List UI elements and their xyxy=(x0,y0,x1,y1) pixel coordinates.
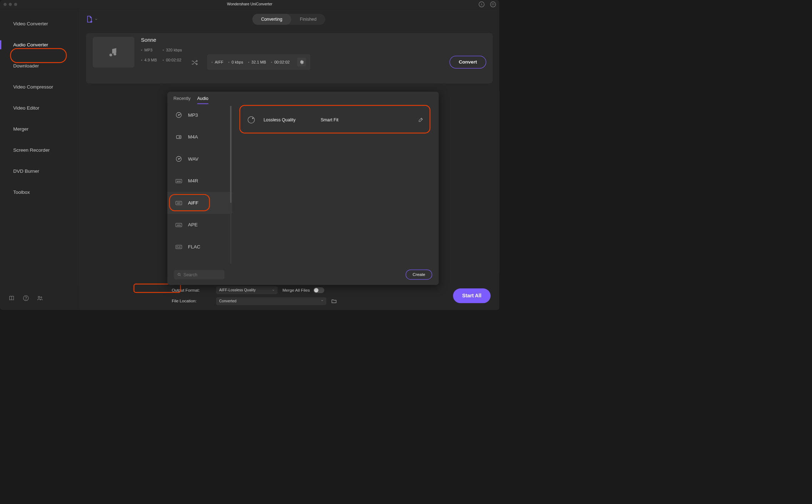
status-segmented-control: Converting Finished xyxy=(252,14,325,25)
svg-point-6 xyxy=(178,115,179,116)
svg-point-2 xyxy=(26,299,26,300)
sidebar-item-label: Screen Recorder xyxy=(13,147,50,153)
toolbar: Converting Finished xyxy=(80,9,500,30)
svg-point-4 xyxy=(41,297,42,298)
sidebar-item-label: Downloader xyxy=(13,63,39,69)
users-icon[interactable] xyxy=(37,295,43,301)
search-box[interactable] xyxy=(174,270,224,279)
create-button[interactable]: Create xyxy=(406,269,432,279)
scrollbar-thumb[interactable] xyxy=(230,106,232,203)
search-input[interactable] xyxy=(184,272,221,277)
segment-label: Converting xyxy=(261,17,282,22)
popover-tab-audio[interactable]: Audio xyxy=(197,96,208,104)
merge-all-files-toggle[interactable]: Merge All Files xyxy=(282,287,442,293)
src-format: MP3 xyxy=(141,48,157,52)
file-card: Sonne MP3 320 kbps 4.9 MB 00:02:02 AIFF xyxy=(86,33,493,83)
search-icon xyxy=(177,272,181,277)
sidebar-item-audio-converter[interactable]: Audio Converter xyxy=(0,34,79,55)
file-location-select[interactable]: Converted xyxy=(216,297,326,305)
sidebar-item-screen-recorder[interactable]: Screen Recorder xyxy=(0,140,79,161)
start-all-button[interactable]: Start All xyxy=(453,288,491,303)
sidebar-item-merger[interactable]: Merger xyxy=(0,119,79,140)
chevron-down-icon xyxy=(321,299,324,302)
sidebar-item-toolbox[interactable]: Toolbox xyxy=(0,182,79,203)
output-format-value: AIFF-Lossless Quality xyxy=(219,288,256,292)
format-popover: Recently Audio MP3 M4A xyxy=(167,92,439,285)
chevron-down-icon xyxy=(272,289,275,292)
open-folder-button[interactable] xyxy=(331,298,337,304)
preset-row[interactable]: Lossless Quality Smart Fit xyxy=(241,110,430,130)
format-item-mp3[interactable]: MP3 xyxy=(167,104,232,126)
chat-icon[interactable] xyxy=(490,1,496,7)
help-icon[interactable] xyxy=(23,295,29,301)
format-item-flac[interactable]: FLAC FLAC xyxy=(167,236,232,258)
sidebar-item-dvd-burner[interactable]: DVD Burner xyxy=(0,161,79,182)
edit-icon[interactable] xyxy=(418,117,423,122)
src-duration: 00:02:02 xyxy=(162,58,182,62)
sidebar-item-label: DVD Burner xyxy=(13,168,39,174)
book-icon[interactable] xyxy=(9,295,15,301)
app-title: Wondershare UniConverter xyxy=(227,2,272,6)
popover-tab-recently[interactable]: Recently xyxy=(174,96,191,104)
output-settings-box[interactable]: AIFF 0 kbps 32.1 MB 00:02:02 xyxy=(207,54,310,70)
format-label: AIFF xyxy=(188,200,198,206)
svg-point-9 xyxy=(176,156,181,161)
sidebar-item-downloader[interactable]: Downloader xyxy=(0,55,79,76)
output-format-label: Output Format: xyxy=(172,288,211,293)
shuffle-icon xyxy=(191,59,198,66)
sidebar-item-video-compressor[interactable]: Video Compressor xyxy=(0,76,79,97)
format-item-m4a[interactable]: M4A xyxy=(167,126,232,148)
cd-icon xyxy=(175,111,182,119)
format-label: M4A xyxy=(188,134,198,140)
svg-text:FLAC: FLAC xyxy=(176,246,181,248)
svg-point-5 xyxy=(176,112,181,117)
src-bitrate: 320 kbps xyxy=(162,48,182,52)
svg-point-19 xyxy=(178,273,180,275)
segment-finished[interactable]: Finished xyxy=(291,14,325,25)
format-list[interactable]: MP3 M4A WAV M4R M4R xyxy=(167,104,232,266)
gear-icon[interactable] xyxy=(297,58,306,67)
sidebar-item-label: Video Converter xyxy=(13,21,48,26)
content: Converting Finished Sonne MP3 320 kb xyxy=(80,9,500,310)
format-item-m4r[interactable]: M4R M4R xyxy=(167,170,232,192)
svg-point-10 xyxy=(178,158,179,160)
titlebar: Wondershare UniConverter xyxy=(0,0,500,9)
segment-converting[interactable]: Converting xyxy=(252,14,291,25)
close-window-button[interactable] xyxy=(4,3,7,6)
sidebar: Video Converter Audio Converter Download… xyxy=(0,9,80,310)
format-label: APE xyxy=(188,222,197,228)
sidebar-item-video-converter[interactable]: Video Converter xyxy=(0,13,79,34)
format-item-ape[interactable]: APE APE xyxy=(167,214,232,236)
out-bitrate: 0 kbps xyxy=(228,60,243,65)
svg-text:AIFF: AIFF xyxy=(177,202,181,204)
flac-icon: FLAC xyxy=(175,243,182,250)
aiff-icon: AIFF xyxy=(175,199,182,206)
out-size: 32.1 MB xyxy=(248,60,266,65)
add-file-button[interactable] xyxy=(86,16,98,23)
minimize-window-button[interactable] xyxy=(9,3,12,6)
maximize-window-button[interactable] xyxy=(14,3,17,6)
popover-tab-label: Recently xyxy=(174,96,191,101)
music-note-icon xyxy=(108,47,119,58)
window-controls xyxy=(4,3,17,6)
format-label: M4R xyxy=(188,178,198,184)
format-label: FLAC xyxy=(188,244,200,250)
sidebar-item-video-editor[interactable]: Video Editor xyxy=(0,97,79,119)
sidebar-item-label: Audio Converter xyxy=(13,42,48,47)
toggle-switch[interactable] xyxy=(313,287,324,293)
output-format-select[interactable]: AIFF-Lossless Quality xyxy=(216,286,277,294)
format-item-wav[interactable]: WAV xyxy=(167,148,232,170)
sidebar-item-label: Video Editor xyxy=(13,105,39,111)
ape-icon: APE xyxy=(175,221,182,228)
convert-button[interactable]: Convert xyxy=(450,56,486,69)
file-thumbnail[interactable] xyxy=(93,37,135,67)
m4r-icon: M4R xyxy=(175,177,182,185)
svg-point-8 xyxy=(179,136,180,137)
bottom-bar: Output Format: AIFF-Lossless Quality Mer… xyxy=(80,284,500,310)
sidebar-item-label: Video Compressor xyxy=(13,84,53,90)
chevron-down-icon xyxy=(94,17,98,21)
preset-area: Lossless Quality Smart Fit xyxy=(232,104,439,266)
account-icon[interactable] xyxy=(479,1,485,7)
quality-disc-icon xyxy=(248,116,255,124)
format-item-aiff[interactable]: AIFF AIFF xyxy=(167,192,232,214)
